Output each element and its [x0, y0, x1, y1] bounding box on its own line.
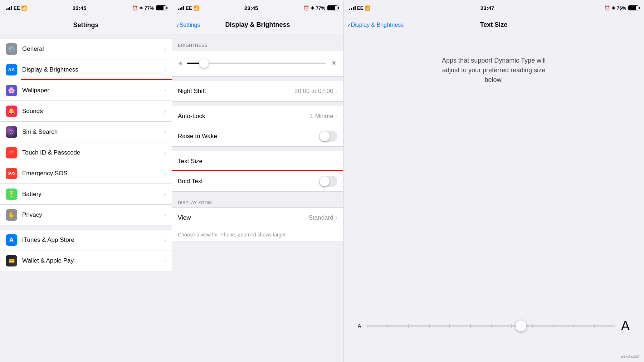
wifi-icon-1: 📶: [21, 5, 27, 11]
status-right-2: ⏰ ✶ 77%: [303, 5, 337, 11]
privacy-chevron: ›: [164, 212, 166, 218]
autolock-label: Auto-Lock: [178, 113, 310, 120]
wallet-chevron: ›: [164, 258, 166, 264]
siri-label: Siri & Search: [22, 128, 164, 136]
row-sounds[interactable]: 🔔 Sounds ›: [0, 101, 172, 122]
raise-wake-toggle[interactable]: [319, 131, 337, 142]
row-view[interactable]: View Standard ›: [172, 208, 343, 228]
zoom-note: Choose a view for iPhone. Zoomed shows l…: [172, 228, 343, 241]
wifi-icon-2: 📶: [193, 5, 199, 11]
row-battery[interactable]: 🔋 Battery ›: [0, 184, 172, 205]
back-chevron-1: ‹: [176, 21, 179, 29]
status-bar-1: EE 📶 23:45 ⏰ ✶ 77%: [0, 0, 172, 16]
bluetooth-icon-1: ✶: [139, 5, 143, 11]
sounds-chevron: ›: [164, 108, 166, 114]
autolock-value: 1 Minute: [310, 113, 333, 120]
signal-icon-2: [178, 6, 184, 10]
general-label: General: [22, 45, 164, 53]
touchid-chevron: ›: [164, 150, 166, 156]
display-active-indicator: [21, 79, 172, 80]
back-label-1: Settings: [180, 22, 200, 28]
night-shift-value: 20:00 to 07:00: [294, 88, 333, 95]
brightness-slider[interactable]: [187, 63, 326, 64]
wallet-label: Wallet & Apple Pay: [22, 257, 164, 264]
carrier-label-1: EE: [14, 5, 20, 11]
battery-icon-2: [327, 5, 337, 10]
status-left-2: EE 📶: [178, 5, 199, 11]
general-chevron: ›: [164, 46, 166, 52]
row-autolock[interactable]: Auto-Lock 1 Minute ›: [172, 106, 343, 126]
bold-text-toggle[interactable]: [319, 176, 337, 187]
brightness-row[interactable]: ☀ ☀: [172, 50, 343, 76]
sos-label: Emergency SOS: [22, 170, 164, 177]
display-panel: EE 📶 23:45 ⏰ ✶ 77% ‹ Settings Display & …: [172, 0, 343, 362]
textsize-ticks: [367, 324, 615, 328]
textsize-description: Apps that support Dynamic Type will adju…: [433, 56, 555, 85]
wallet-icon: 💳: [6, 255, 17, 266]
back-button-2[interactable]: ‹ Display & Brightness: [348, 21, 404, 29]
wallpaper-chevron: ›: [164, 87, 166, 94]
row-privacy[interactable]: ✋ Privacy ›: [0, 205, 172, 225]
row-bold-text[interactable]: Bold Text: [172, 171, 343, 191]
settings-nav: Settings: [0, 16, 172, 34]
status-right-3: ⏰ ✶ 76%: [604, 5, 638, 11]
night-shift-label: Night Shift: [178, 88, 294, 95]
raise-wake-label: Raise to Wake: [178, 133, 319, 140]
battery-pct-3: 76%: [617, 5, 626, 11]
wallpaper-label: Wallpaper: [22, 87, 164, 94]
carrier-2: EE: [186, 5, 192, 11]
display-zoom-header: DISPLAY ZOOM: [172, 196, 343, 207]
row-wallpaper[interactable]: 🌸 Wallpaper ›: [0, 80, 172, 101]
night-shift-chevron: ›: [336, 88, 337, 94]
battery-pct-1: 77%: [145, 5, 154, 11]
battery-row-icon: 🔋: [6, 189, 17, 200]
sounds-icon: 🔔: [6, 106, 17, 117]
status-left-1: EE 📶: [6, 5, 27, 11]
touchid-label: Touch ID & Passcode: [22, 149, 164, 156]
signal-icon: [6, 6, 12, 10]
row-siri[interactable]: ⬡ Siri & Search ›: [0, 122, 172, 142]
battery-label: Battery: [22, 191, 164, 198]
view-chevron: ›: [336, 215, 337, 221]
row-itunes[interactable]: A iTunes & App Store ›: [0, 230, 172, 250]
battery-chevron: ›: [164, 191, 166, 197]
settings-panel: EE 📶 23:45 ⏰ ✶ 77% Settings ⚙️ General ›: [0, 0, 172, 362]
d-spacer-3: [172, 147, 343, 151]
row-raise-wake[interactable]: Raise to Wake: [172, 126, 343, 146]
row-touchid[interactable]: ☞ Touch ID & Passcode ›: [0, 142, 172, 163]
battery-pct-2: 77%: [316, 5, 325, 11]
bold-text-knob: [319, 176, 330, 186]
privacy-label: Privacy: [22, 211, 164, 219]
back-button-1[interactable]: ‹ Settings: [176, 21, 200, 29]
display-nav: ‹ Settings Display & Brightness: [172, 16, 343, 34]
autolock-chevron: ›: [336, 113, 337, 119]
night-shift-card: Night Shift 20:00 to 07:00 ›: [172, 81, 343, 102]
textsize-title: Text Size: [480, 21, 508, 29]
section-spacer: [0, 225, 172, 230]
textsize-slider-area: A A: [343, 318, 644, 333]
autolock-card: Auto-Lock 1 Minute › Raise to Wake: [172, 106, 343, 147]
status-bar-3: EE 📶 23:47 ⏰ ✶ 76%: [343, 0, 644, 16]
d-spacer-top: [172, 34, 343, 39]
sos-icon: SOS: [6, 168, 17, 179]
row-display[interactable]: AA Display & Brightness ›: [0, 59, 172, 80]
privacy-icon: ✋: [6, 209, 17, 221]
itunes-label: iTunes & App Store: [22, 236, 164, 244]
textsize-card: Text Size › Bold Text: [172, 151, 343, 192]
signal-icon-3: [349, 6, 356, 10]
display-icon: AA: [6, 64, 17, 75]
row-night-shift[interactable]: Night Shift 20:00 to 07:00 ›: [172, 81, 343, 101]
row-wallet[interactable]: 💳 Wallet & Apple Pay ›: [0, 250, 172, 271]
d-spacer-1: [172, 77, 343, 81]
textsize-slider[interactable]: [367, 325, 615, 327]
brightness-card: ☀ ☀: [172, 50, 343, 77]
settings-list: ⚙️ General › AA Display & Brightness › 🌸…: [0, 34, 172, 362]
row-general[interactable]: ⚙️ General ›: [0, 39, 172, 59]
textsize-panel: EE 📶 23:47 ⏰ ✶ 76% ‹ Display & Brightnes…: [343, 0, 644, 362]
spacer-top: [0, 34, 172, 39]
settings-title: Settings: [73, 21, 98, 29]
row-text-size[interactable]: Text Size ›: [172, 151, 343, 171]
wallpaper-icon: 🌸: [6, 85, 17, 96]
brightness-min-icon: ☀: [178, 60, 183, 67]
row-sos[interactable]: SOS Emergency SOS ›: [0, 163, 172, 184]
